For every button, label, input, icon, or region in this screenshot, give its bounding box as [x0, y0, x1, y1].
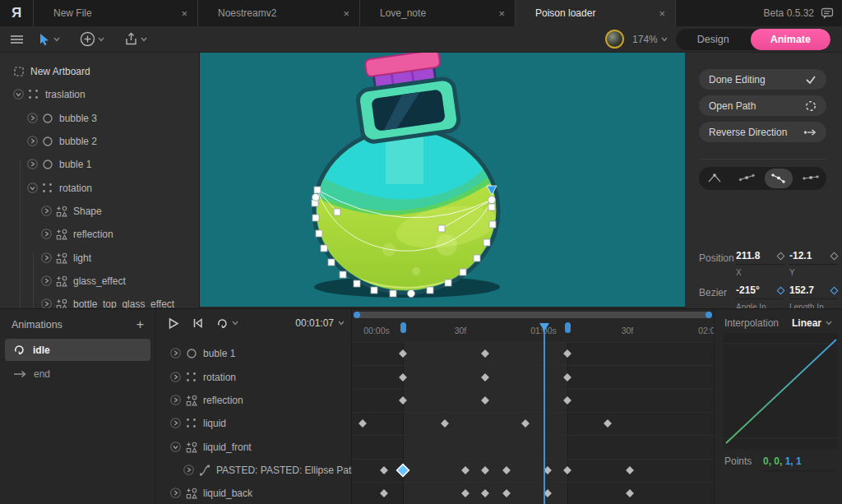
hierarchy-item-buble-1[interactable]: buble 1: [0, 153, 199, 176]
hierarchy-item-bubble-3[interactable]: bubble 3: [0, 107, 199, 130]
expander-expand-icon[interactable]: [170, 488, 182, 499]
keyframe[interactable]: [359, 419, 367, 428]
hierarchy-item-glass-effect[interactable]: glass_effect: [0, 270, 199, 293]
path-vertex-handle[interactable]: [474, 255, 480, 261]
feedback-icon[interactable]: [821, 7, 834, 20]
document-tab[interactable]: New File×: [33, 0, 197, 26]
create-tool-button[interactable]: [80, 31, 104, 47]
reverse-direction-button[interactable]: Reverse Direction: [699, 122, 826, 142]
animate-mode-button[interactable]: Animate: [751, 29, 830, 50]
path-vertex-handle[interactable]: [334, 209, 340, 215]
path-vertex-handle[interactable]: [438, 225, 445, 232]
export-button[interactable]: [124, 32, 147, 46]
expander-expand-icon[interactable]: [27, 159, 39, 170]
expander-expand-icon[interactable]: [183, 465, 195, 476]
document-tab[interactable]: Love_note×: [359, 0, 515, 26]
keyframe-toggle-icon[interactable]: [777, 286, 785, 294]
keyframe[interactable]: [604, 419, 612, 428]
path-control-handle[interactable]: [312, 194, 320, 201]
expander-expand-icon[interactable]: [41, 275, 53, 287]
expander-collapse-icon[interactable]: [170, 442, 182, 453]
design-mode-button[interactable]: Design: [676, 34, 751, 45]
path-vertex-handle[interactable]: [354, 280, 360, 287]
keyframe-toggle-icon[interactable]: [777, 252, 785, 260]
timeline-track-buble-1[interactable]: buble 1: [156, 342, 352, 365]
path-vertex-handle[interactable]: [445, 280, 451, 286]
select-tool-button[interactable]: [39, 33, 60, 46]
path-control-handle[interactable]: [488, 197, 496, 204]
current-time-control[interactable]: 00:01:07: [295, 317, 351, 329]
path-vertex-handle[interactable]: [316, 230, 322, 237]
expander-expand-icon[interactable]: [27, 113, 39, 124]
timeline-track-liquid-back[interactable]: liquid_back: [156, 482, 352, 504]
zoom-control[interactable]: 174%: [632, 34, 668, 45]
expander-expand-icon[interactable]: [41, 252, 53, 264]
path-vertex-handle[interactable]: [312, 215, 319, 221]
work-area-start-handle[interactable]: [400, 322, 406, 333]
points-value-field[interactable]: 0, 0, 1, 1: [763, 455, 835, 471]
expander-expand-icon[interactable]: [170, 348, 182, 359]
hierarchy-item-bottle-top-glass-effect[interactable]: bottle_top_glass_effect: [0, 293, 199, 308]
expander-expand-icon[interactable]: [41, 206, 53, 217]
timeline-track-pasted-pasted-ellipse-path[interactable]: PASTED: PASTED: Ellipse Path: [156, 459, 352, 482]
play-button[interactable]: [168, 317, 179, 330]
menu-button[interactable]: [10, 34, 24, 45]
scrollbar-left-cap[interactable]: [354, 312, 360, 318]
keyframe[interactable]: [626, 466, 634, 474]
interpolation-curve-graph[interactable]: [723, 333, 838, 449]
path-vertex-handle[interactable]: [483, 239, 490, 246]
hierarchy-item-traslation[interactable]: traslation: [0, 83, 199, 106]
vertex-mode-straight-button[interactable]: [701, 169, 729, 188]
timeline-track-liquid[interactable]: liquid: [156, 412, 352, 435]
hierarchy-item-light[interactable]: light: [0, 246, 199, 269]
skip-to-start-button[interactable]: [192, 317, 203, 329]
document-tab[interactable]: Poison loader×: [515, 0, 676, 26]
path-vertex-handle[interactable]: [488, 204, 495, 210]
timeline-track-rotation[interactable]: rotation: [156, 365, 352, 388]
close-icon[interactable]: ×: [659, 7, 665, 20]
keyframe[interactable]: [380, 489, 388, 497]
close-icon[interactable]: ×: [498, 7, 505, 20]
path-vertex-handle[interactable]: [321, 245, 327, 252]
keyframe[interactable]: [626, 489, 634, 497]
hierarchy-item-new-artboard[interactable]: New Artboard: [0, 60, 199, 83]
done-editing-button[interactable]: Done Editing: [699, 69, 826, 90]
expander-collapse-icon[interactable]: [13, 89, 25, 100]
user-avatar[interactable]: [605, 30, 624, 49]
add-animation-button[interactable]: +: [136, 317, 144, 332]
path-vertex-handle[interactable]: [371, 287, 377, 294]
close-icon[interactable]: ×: [181, 7, 187, 20]
timeline-ruler[interactable]: 00:00s30f01:00s30f02:00s: [352, 320, 714, 342]
playhead[interactable]: [544, 331, 545, 504]
vertex-mode-detached-button[interactable]: [765, 169, 793, 188]
path-vertex-handle[interactable]: [390, 290, 396, 297]
hierarchy-item-shape[interactable]: Shape: [0, 200, 199, 223]
expander-expand-icon[interactable]: [170, 372, 182, 383]
hierarchy-item-rotation[interactable]: rotation: [0, 176, 199, 199]
animation-item-end[interactable]: end: [5, 363, 150, 385]
keyframe[interactable]: [380, 466, 388, 474]
hierarchy-item-reflection[interactable]: reflection: [0, 223, 199, 246]
loop-mode-button[interactable]: [216, 317, 238, 330]
expander-expand-icon[interactable]: [27, 136, 39, 147]
path-vertex-handle[interactable]: [427, 287, 433, 294]
keyframe-toggle-icon[interactable]: [830, 286, 839, 294]
expander-collapse-icon[interactable]: [27, 183, 39, 194]
interpolation-mode-select[interactable]: Linear: [792, 317, 832, 329]
expander-expand-icon[interactable]: [170, 395, 182, 406]
expander-expand-icon[interactable]: [170, 418, 182, 429]
open-path-button[interactable]: Open Path: [699, 95, 826, 116]
timeline-track-liquid-front[interactable]: liquid_front: [156, 435, 352, 458]
work-area-end-handle[interactable]: [565, 322, 571, 333]
path-vertex-handle[interactable]: [314, 187, 321, 193]
animation-item-idle[interactable]: idle: [5, 339, 150, 361]
vertex-mode-mirrored-button[interactable]: [733, 169, 761, 188]
path-vertex-handle[interactable]: [328, 259, 335, 266]
path-vertex-handle[interactable]: [340, 271, 346, 278]
playhead-handle[interactable]: [539, 322, 550, 332]
path-control-handle[interactable]: [408, 290, 415, 298]
close-icon[interactable]: ×: [343, 7, 349, 20]
document-tab[interactable]: Noestreamv2×: [197, 0, 359, 26]
path-vertex-handle[interactable]: [489, 221, 496, 228]
hierarchy-item-bubble-2[interactable]: bubble 2: [0, 130, 199, 153]
